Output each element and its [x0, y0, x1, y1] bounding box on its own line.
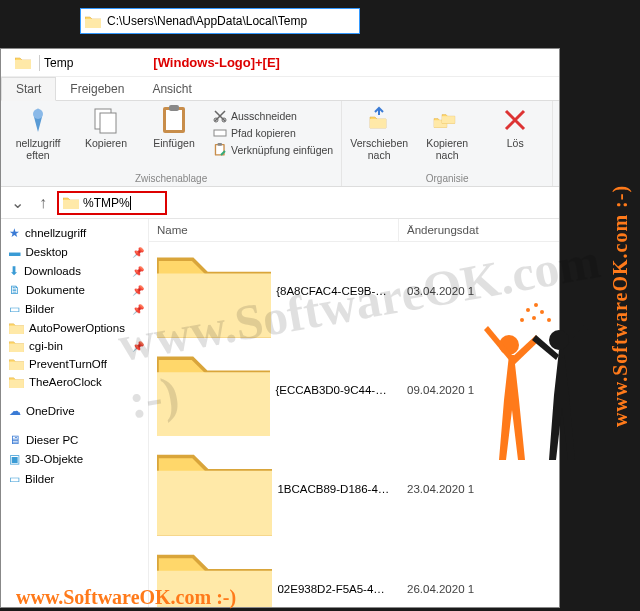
moveto-button[interactable]: Verschieben nach [350, 105, 408, 161]
file-name: 02E938D2-F5A5-4375-B078-C7EEAFC919D [277, 583, 391, 595]
explorer-window: Temp [Windows-Logo]+[E] Start Freigeben … [0, 48, 560, 608]
tab-ansicht[interactable]: Ansicht [138, 78, 205, 100]
copy-icon [91, 105, 121, 135]
svg-point-3 [33, 109, 43, 119]
file-row[interactable]: 1BCACB89-D186-4EAD-A7CC-BA78E7DB...23.04… [149, 439, 559, 539]
text-cursor [130, 196, 131, 210]
navigation-pane: ★ chnellzugriff ▬ Desktop 📌 ⬇ Downloads … [1, 219, 149, 607]
sidebar-label: Bilder [25, 303, 54, 315]
sidebar-item-3dobjects[interactable]: ▣ 3D-Objekte [1, 449, 148, 469]
sidebar-label: Downloads [24, 265, 81, 277]
sidebar-item-documents[interactable]: 🗎 Dokumente 📌 [1, 281, 148, 299]
top-path-text: C:\Users\Nenad\AppData\Local\Temp [107, 14, 307, 28]
up-icon[interactable]: ↑ [31, 191, 55, 215]
pictures-icon: ▭ [9, 302, 20, 316]
delete-button[interactable]: Lös [486, 105, 544, 161]
copyto-icon [432, 105, 462, 135]
svg-rect-8 [214, 130, 226, 136]
copy-button[interactable]: Kopieren [77, 105, 135, 161]
folder-icon [157, 344, 270, 436]
pin-icon [23, 105, 53, 135]
copyto-label: Kopieren nach [426, 137, 468, 161]
shortcut-icon [213, 143, 227, 157]
paste-label: Einfügen [153, 137, 194, 149]
sidebar-label: 3D-Objekte [25, 453, 83, 465]
folder-icon [85, 15, 101, 28]
file-name: {8A8CFAC4-CE9B-4DEC-9997-7E4A30E6E... [276, 285, 391, 297]
sidebar-label: OneDrive [26, 405, 75, 417]
file-name: {ECCAB3D0-9C44-45D4-89EE-BFE35DB7D... [275, 384, 391, 396]
delete-icon [500, 105, 530, 135]
address-text: %TMP% [83, 196, 130, 210]
svg-rect-5 [100, 113, 116, 133]
titlebar: Temp [Windows-Logo]+[E] [1, 49, 559, 77]
pastelink-label: Verknüpfung einfügen [231, 144, 333, 156]
hotkey-annotation: [Windows-Logo]+[E] [153, 55, 280, 70]
file-row[interactable]: {ECCAB3D0-9C44-45D4-89EE-BFE35DB7D...09.… [149, 341, 559, 439]
moveto-label: Verschieben nach [350, 137, 408, 161]
column-name-header[interactable]: Name [149, 219, 399, 241]
pin-icon: 📌 [132, 266, 144, 277]
folder-icon [9, 340, 24, 352]
sidebar-item-downloads[interactable]: ⬇ Downloads 📌 [1, 261, 148, 281]
file-date: 09.04.2020 1 [399, 382, 559, 398]
copypath-button[interactable]: Pfad kopieren [213, 126, 333, 140]
pc-icon: 🖥 [9, 434, 21, 446]
delete-label: Lös [507, 137, 524, 149]
watermark-bottom: www.SoftwareOK.com :-) [16, 586, 236, 609]
sidebar-item-prevent[interactable]: PreventTurnOff [1, 355, 148, 373]
address-input[interactable]: %TMP% [57, 191, 167, 215]
sidebar-label: Dokumente [26, 284, 85, 296]
file-list-pane: Name Änderungsdat {8A8CFAC4-CE9B-4DEC-99… [149, 219, 559, 607]
clipboard-icon [159, 105, 189, 135]
address-row: ⌄ ↑ %TMP% [1, 187, 559, 219]
group-label-organize: Organisie [426, 171, 469, 184]
paste-button[interactable]: Einfügen [145, 105, 203, 161]
tab-start[interactable]: Start [1, 77, 56, 101]
sidebar-item-aero[interactable]: TheAeroClock [1, 373, 148, 391]
path-icon [213, 126, 227, 140]
sidebar-item-pictures2[interactable]: ▭ Bilder [1, 469, 148, 489]
folder-icon [63, 196, 79, 209]
folder-icon [157, 245, 271, 338]
document-icon: 🗎 [9, 284, 21, 296]
sidebar-label: cgi-bin [29, 340, 63, 352]
chevron-down-icon[interactable]: ⌄ [5, 191, 29, 215]
top-address-bar[interactable]: C:\Users\Nenad\AppData\Local\Temp [80, 8, 360, 34]
sidebar-label: chnellzugriff [25, 227, 86, 239]
sidebar-item-quickaccess[interactable]: ★ chnellzugriff [1, 223, 148, 243]
pin-label: nellzugriff eften [16, 137, 61, 161]
folder-icon [15, 56, 31, 69]
sidebar-label: AutoPowerOptions [29, 322, 125, 334]
moveto-icon [364, 105, 394, 135]
sidebar-item-pictures[interactable]: ▭ Bilder 📌 [1, 299, 148, 319]
file-date: 23.04.2020 1 [399, 481, 559, 497]
pin-icon: 📌 [132, 341, 144, 352]
file-date: 03.04.2020 1 [399, 283, 559, 299]
desktop-icon: ▬ [9, 246, 21, 258]
separator [39, 55, 40, 71]
sidebar-item-cgi[interactable]: cgi-bin 📌 [1, 337, 148, 355]
file-row[interactable]: {8A8CFAC4-CE9B-4DEC-9997-7E4A30E6E...03.… [149, 242, 559, 341]
ribbon-group-organize: Verschieben nach Kopieren nach Lös Organ… [342, 101, 553, 186]
sidebar-label: Dieser PC [26, 434, 78, 446]
pin-quickaccess-button[interactable]: nellzugriff eften [9, 105, 67, 161]
cube-icon: ▣ [9, 452, 20, 466]
copyto-button[interactable]: Kopieren nach [418, 105, 476, 161]
sidebar-item-onedrive[interactable]: ☁ OneDrive [1, 401, 148, 421]
sidebar-item-thispc[interactable]: 🖥 Dieser PC [1, 431, 148, 449]
cut-button[interactable]: Ausschneiden [213, 109, 333, 123]
file-date: 26.04.2020 1 [399, 581, 559, 597]
watermark-side: www.SoftwareOK.com :-) [609, 184, 632, 426]
sidebar-item-autopower[interactable]: AutoPowerOptions [1, 319, 148, 337]
sidebar-label: PreventTurnOff [29, 358, 107, 370]
sidebar-item-desktop[interactable]: ▬ Desktop 📌 [1, 243, 148, 261]
copypath-label: Pfad kopieren [231, 127, 296, 139]
pin-icon: 📌 [132, 247, 144, 258]
ribbon: nellzugriff eften Kopieren Einfügen Auss… [1, 101, 559, 187]
pastelink-button[interactable]: Verknüpfung einfügen [213, 143, 333, 157]
sidebar-label: Bilder [25, 473, 54, 485]
column-date-header[interactable]: Änderungsdat [399, 219, 559, 241]
sidebar-label: TheAeroClock [29, 376, 102, 388]
tab-freigeben[interactable]: Freigeben [56, 78, 138, 100]
